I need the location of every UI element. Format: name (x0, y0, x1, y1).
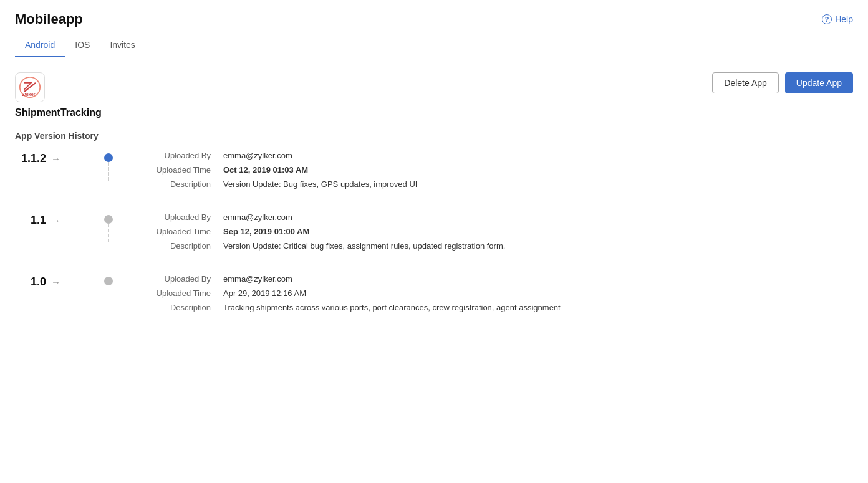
detail-value: Apr 29, 2019 12:16 AM (223, 289, 306, 298)
arrow-icon: → (51, 153, 60, 164)
detail-row: Uploaded Byemma@zylker.com (130, 151, 853, 160)
detail-row: Uploaded Byemma@zylker.com (130, 274, 853, 284)
tabs-bar: AndroidIOSInvites (0, 34, 868, 57)
detail-value: emma@zylker.com (223, 274, 292, 284)
page-header: Mobileapp ? Help (0, 0, 868, 34)
detail-value: emma@zylker.com (223, 213, 292, 222)
detail-label: Uploaded By (130, 213, 211, 222)
tab-ios[interactable]: IOS (65, 34, 100, 57)
version-details: Uploaded Byemma@zylker.comUploaded TimeS… (130, 213, 853, 256)
help-link[interactable]: ? Help (822, 14, 853, 24)
help-label: Help (835, 14, 853, 24)
version-list: 1.1.2→Uploaded Byemma@zylker.comUploaded… (15, 151, 853, 317)
app-logo: Zylker (15, 72, 45, 102)
timeline-line (108, 162, 109, 181)
detail-label: Uploaded Time (130, 289, 211, 298)
detail-row: DescriptionVersion Update: Bug fixes, GP… (130, 179, 853, 189)
zylker-logo-svg: Zylker (19, 76, 41, 98)
detail-value: Tracking shipments across various ports,… (223, 303, 561, 312)
version-details: Uploaded Byemma@zylker.comUploaded TimeO… (130, 151, 853, 194)
arrow-icon: → (51, 215, 60, 226)
arrow-icon: → (51, 277, 60, 287)
timeline-dot (104, 215, 113, 224)
version-history-section: App Version History 1.1.2→Uploaded Byemm… (15, 131, 853, 317)
version-item: 1.1→Uploaded Byemma@zylker.comUploaded T… (15, 213, 853, 256)
help-circle-icon: ? (822, 14, 832, 24)
tab-invites[interactable]: Invites (100, 34, 145, 57)
detail-row: Uploaded TimeApr 29, 2019 12:16 AM (130, 289, 853, 298)
detail-row: Uploaded TimeSep 12, 2019 01:00 AM (130, 227, 853, 236)
tab-android[interactable]: Android (15, 34, 65, 57)
detail-label: Description (130, 303, 211, 312)
timeline-dot (104, 277, 113, 285)
update-app-button[interactable]: Update App (785, 72, 853, 93)
action-buttons: Delete App Update App (712, 72, 853, 93)
detail-label: Description (130, 241, 211, 251)
app-section: Zylker ShipmentTracking Delete App Updat… (15, 72, 853, 118)
delete-app-button[interactable]: Delete App (712, 72, 779, 93)
app-name: ShipmentTracking (15, 107, 102, 118)
detail-value: Sep 12, 2019 01:00 AM (223, 227, 309, 236)
timeline-line (108, 224, 109, 242)
detail-row: Uploaded Byemma@zylker.com (130, 213, 853, 222)
app-info: Zylker ShipmentTracking (15, 72, 102, 118)
detail-label: Uploaded By (130, 274, 211, 284)
version-number: 1.1.2 (15, 152, 46, 165)
detail-value: emma@zylker.com (223, 151, 292, 160)
timeline-dot (104, 153, 113, 162)
section-title: App Version History (15, 131, 853, 141)
detail-value: Version Update: Bug fixes, GPS updates, … (223, 179, 417, 189)
page-title: Mobileapp (15, 11, 83, 27)
version-item: 1.1.2→Uploaded Byemma@zylker.comUploaded… (15, 151, 853, 194)
detail-row: DescriptionVersion Update: Critical bug … (130, 241, 853, 251)
detail-label: Description (130, 179, 211, 189)
svg-text:Zylker: Zylker (22, 92, 35, 97)
detail-row: DescriptionTracking shipments across var… (130, 303, 853, 312)
detail-row: Uploaded TimeOct 12, 2019 01:03 AM (130, 165, 853, 175)
version-details: Uploaded Byemma@zylker.comUploaded TimeA… (130, 274, 853, 317)
detail-label: Uploaded Time (130, 165, 211, 175)
detail-value: Oct 12, 2019 01:03 AM (223, 165, 308, 175)
detail-label: Uploaded Time (130, 227, 211, 236)
version-number: 1.1 (15, 214, 46, 227)
version-item: 1.0→Uploaded Byemma@zylker.comUploaded T… (15, 274, 853, 317)
version-number: 1.0 (15, 275, 46, 289)
detail-value: Version Update: Critical bug fixes, assi… (223, 241, 505, 251)
detail-label: Uploaded By (130, 151, 211, 160)
